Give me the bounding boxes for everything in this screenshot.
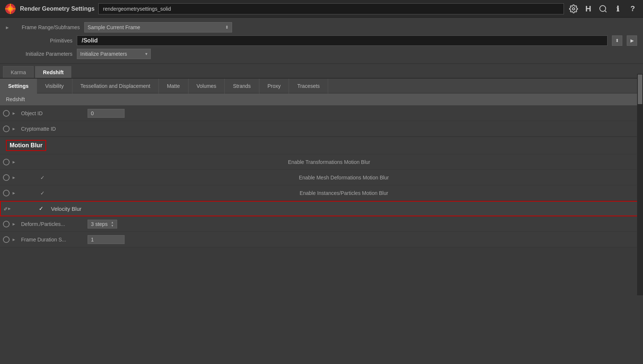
object-id-radio[interactable] bbox=[3, 110, 10, 117]
frame-duration-label: Frame Duration S... bbox=[18, 237, 85, 243]
enable-instances-expand[interactable]: ▶ bbox=[13, 191, 15, 195]
enable-mesh-row: ▶ ✓ Enable Mesh Deformations Motion Blur bbox=[0, 170, 643, 185]
primitives-value: /Solid bbox=[82, 37, 98, 44]
engine-tabs: Karma Redshift bbox=[0, 64, 643, 79]
tab-strands[interactable]: Strands bbox=[225, 79, 259, 93]
deform-particles-value: 3 steps bbox=[91, 221, 108, 227]
object-id-expand[interactable]: ▶ bbox=[13, 111, 15, 115]
enable-transform-row: ▶ Enable Transformations Motion Blur bbox=[0, 154, 643, 170]
deform-particles-label: Deform./Particles... bbox=[18, 221, 85, 227]
cryptomatte-id-radio[interactable] bbox=[3, 126, 10, 132]
deform-particles-radio[interactable] bbox=[3, 221, 10, 227]
enable-instances-row: ▶ ✓ Enable Instances/Particles Motion Bl… bbox=[0, 185, 643, 201]
content-area: ▶ Object ID 0 ▶ Cryptomatte ID Motion Bl… bbox=[0, 106, 643, 247]
top-controls: ▶ Frame Range/Subframes Sample Current F… bbox=[0, 18, 643, 64]
motion-blur-header: Motion Blur bbox=[0, 137, 643, 154]
primitives-input[interactable]: /Solid bbox=[77, 35, 608, 46]
title-bar: Render Geometry Settings H ℹ ? bbox=[0, 0, 643, 18]
enable-mesh-label: Enable Mesh Deformations Motion Blur bbox=[48, 175, 640, 181]
frame-range-dropdown[interactable]: Sample Current Frame ⬍ bbox=[84, 22, 232, 32]
tab-tracesets[interactable]: Tracesets bbox=[289, 79, 328, 93]
svg-point-5 bbox=[572, 8, 575, 10]
init-params-label: Initialize Parameters bbox=[6, 51, 72, 57]
pencil-icon: ✏ bbox=[2, 205, 10, 212]
frame-range-row: ▶ Frame Range/Subframes Sample Current F… bbox=[6, 21, 637, 34]
frame-range-value: Sample Current Frame bbox=[88, 24, 140, 30]
enable-instances-checkmark: ✓ bbox=[40, 190, 45, 196]
scrollbar-thumb[interactable] bbox=[638, 75, 642, 104]
filename-input[interactable] bbox=[98, 3, 564, 14]
tab-volumes[interactable]: Volumes bbox=[188, 79, 225, 93]
settings-tabs: Settings Visibility Tessellation and Dis… bbox=[0, 79, 643, 93]
redshift-section-header: Redshift bbox=[0, 93, 643, 106]
object-id-number: 0 bbox=[91, 110, 94, 116]
frame-range-arrow: ⬍ bbox=[225, 25, 229, 30]
primitives-dropdown-btn[interactable]: ⬍ bbox=[612, 35, 622, 46]
info-icon[interactable]: ℹ bbox=[612, 3, 624, 15]
object-id-row: ▶ Object ID 0 bbox=[0, 106, 643, 121]
help-icon[interactable]: ? bbox=[627, 3, 639, 15]
enable-transform-label: Enable Transformations Motion Blur bbox=[18, 159, 640, 165]
enable-transform-expand[interactable]: ▶ bbox=[13, 160, 15, 164]
primitives-nav-btn[interactable]: ▶ bbox=[627, 35, 637, 46]
svg-line-7 bbox=[605, 10, 606, 12]
deform-particles-stepper[interactable]: 3 steps ▲ ▼ bbox=[88, 220, 117, 229]
tab-tessellation[interactable]: Tessellation and Displacement bbox=[72, 79, 159, 93]
velocity-blur-checkmark: ✓ bbox=[39, 205, 44, 212]
deform-particles-row: ▶ Deform./Particles... 3 steps ▲ ▼ bbox=[0, 216, 643, 232]
tab-visibility[interactable]: Visibility bbox=[37, 79, 72, 93]
enable-mesh-radio[interactable] bbox=[3, 174, 10, 181]
frame-duration-expand[interactable]: ▶ bbox=[13, 238, 15, 241]
tab-matte[interactable]: Matte bbox=[159, 79, 188, 93]
tab-proxy[interactable]: Proxy bbox=[259, 79, 289, 93]
frame-duration-row: ▶ Frame Duration S... 1 bbox=[0, 232, 643, 247]
velocity-blur-label: Velocity Blur bbox=[51, 206, 82, 212]
frame-range-label: Frame Range/Subframes bbox=[13, 24, 80, 30]
tab-redshift[interactable]: Redshift bbox=[35, 66, 71, 78]
init-params-dropdown[interactable]: Initialize Parameters ▾ bbox=[77, 49, 151, 59]
enable-mesh-expand[interactable]: ▶ bbox=[13, 176, 15, 179]
search-icon[interactable] bbox=[597, 3, 609, 15]
enable-transform-radio[interactable] bbox=[3, 159, 10, 165]
gear-icon[interactable] bbox=[568, 3, 579, 15]
init-params-value: Initialize Parameters bbox=[80, 51, 127, 57]
cryptomatte-expand[interactable]: ▶ bbox=[13, 127, 15, 131]
frame-duration-radio[interactable] bbox=[3, 236, 10, 243]
app-logo bbox=[4, 3, 16, 15]
svg-point-6 bbox=[600, 6, 606, 11]
enable-instances-label: Enable Instances/Particles Motion Blur bbox=[48, 190, 640, 196]
cryptomatte-id-label: Cryptomatte ID bbox=[18, 126, 85, 132]
tab-settings[interactable]: Settings bbox=[0, 79, 37, 93]
frame-duration-number: 1 bbox=[91, 237, 94, 243]
title-bar-icons: H ℹ ? bbox=[568, 3, 639, 15]
frame-range-expand[interactable]: ▶ bbox=[6, 25, 9, 30]
velocity-blur-row: ✏ ▶ ✓ Velocity Blur bbox=[0, 201, 643, 216]
motion-blur-label: Motion Blur bbox=[6, 140, 46, 151]
stepper-arrows[interactable]: ▲ ▼ bbox=[111, 221, 114, 227]
object-id-value[interactable]: 0 bbox=[88, 109, 125, 118]
object-id-label: Object ID bbox=[18, 110, 85, 116]
enable-instances-radio[interactable] bbox=[3, 190, 10, 196]
frame-duration-value[interactable]: 1 bbox=[88, 235, 125, 244]
cryptomatte-id-row: ▶ Cryptomatte ID bbox=[0, 121, 643, 137]
enable-mesh-checkmark: ✓ bbox=[40, 175, 45, 181]
h-icon[interactable]: H bbox=[582, 3, 594, 15]
scrollbar-track[interactable] bbox=[637, 74, 643, 295]
init-params-arrow: ▾ bbox=[145, 51, 147, 56]
primitives-row: Primitives /Solid ⬍ ▶ bbox=[6, 34, 637, 47]
init-params-row: Initialize Parameters Initialize Paramet… bbox=[6, 47, 637, 61]
primitives-label: Primitives bbox=[6, 38, 72, 44]
tab-karma[interactable]: Karma bbox=[3, 66, 34, 78]
app-title: Render Geometry Settings bbox=[20, 6, 95, 12]
deform-particles-expand[interactable]: ▶ bbox=[13, 222, 15, 226]
